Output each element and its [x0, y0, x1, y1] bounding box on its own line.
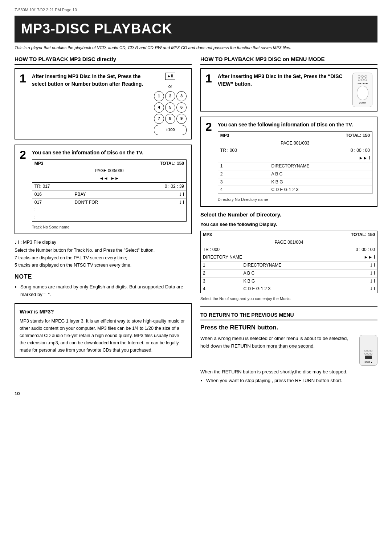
- disc-view-remote: DISC VIEW ZOOM: [352, 73, 372, 107]
- step1-left-text: After inserting MP3 Disc in the Set, Pre…: [32, 73, 151, 88]
- disc-view-label: DISC VIEW: [357, 82, 368, 85]
- note-list: Song names are marked by only English an…: [20, 283, 192, 299]
- return-remote-dots: [364, 350, 372, 355]
- page-number: 10: [15, 390, 377, 397]
- press-return-title: Press the RETURN button.: [200, 323, 377, 332]
- zoom-label: ZOOM: [359, 101, 366, 104]
- step1-left-number: 1: [20, 73, 26, 84]
- dot2: [361, 75, 364, 78]
- right-column: HOW TO PLAYBACK MP3 DISC on MENU MODE 1 …: [200, 55, 377, 384]
- note-ntsc: 5 tracks are displayed on the NTSC TV sc…: [15, 262, 192, 269]
- divider: [200, 306, 377, 307]
- step2-right-box: 2 You can see the following information …: [200, 117, 377, 207]
- return-section: TO RETURN TO THE PREVIOUS MENU Press the…: [200, 312, 377, 384]
- dot6: [364, 78, 367, 81]
- return-list: When you want to stop playing , press th…: [206, 377, 377, 384]
- select-dir-caption: Select the No of song and you can enjoy …: [200, 296, 377, 301]
- step2-right-text: You can see the following information of…: [218, 121, 372, 129]
- or-text: or: [168, 84, 172, 90]
- return-text-block: When a wrong menu is selected or other m…: [200, 335, 355, 350]
- rdot1: [364, 350, 367, 352]
- return-remote: STOP ■: [359, 335, 377, 366]
- note-item-1: Song names are marked by only English an…: [20, 283, 192, 299]
- you-can-see-heading: You can see the following Display.: [200, 221, 377, 228]
- rdot3: [370, 350, 372, 352]
- header-text: Z-530M 10/17/02 2:21 PM Page 10: [15, 7, 77, 13]
- rdot6: [370, 353, 372, 355]
- note-music: ♩ I : MP3 File display: [15, 239, 192, 246]
- step2-left-caption: Track No Song name: [32, 224, 187, 230]
- return-content: When a wrong menu is selected or other m…: [200, 335, 377, 366]
- subtitle: This is a player that enables the playba…: [15, 45, 377, 51]
- page-title-block: MP3-DISC PLAYBACK: [15, 16, 377, 42]
- dot3: [364, 75, 367, 78]
- what-is-body: MP3 stands for MPEG 1 layer 3. It is an …: [20, 317, 187, 354]
- right-section-heading: HOW TO PLAYBACK MP3 DISC on MENU MODE: [200, 55, 377, 65]
- btn-2[interactable]: 2: [165, 91, 175, 101]
- disc-view-button[interactable]: [357, 86, 368, 100]
- remote-dots-top: [358, 75, 367, 81]
- select-dir-table: MP3TOTAL: 150 PAGE 001/004 TR : 0000 : 0…: [200, 231, 377, 293]
- return-para1: When a wrong menu is selected or other m…: [200, 335, 355, 350]
- return-para2: When the RETURN button is pressed shortl…: [200, 369, 377, 375]
- btn-4[interactable]: 4: [154, 102, 164, 113]
- return-bullet: When you want to stop playing , press th…: [206, 377, 377, 384]
- step2-left-box: 2 You can see the information of Disc on…: [15, 145, 192, 235]
- step1-right-text: After inserting MP3 Disc in the Set, Pre…: [218, 73, 347, 88]
- rdot2: [367, 350, 369, 352]
- page-title: MP3-DISC PLAYBACK: [21, 19, 371, 39]
- btn-9[interactable]: 9: [176, 114, 187, 124]
- select-dir-heading: Select the Number of Directory.: [200, 211, 377, 218]
- btn-5[interactable]: 5: [165, 102, 175, 113]
- step1-right-number: 1: [205, 73, 212, 84]
- dot1: [358, 75, 360, 78]
- note-select: Select the Number button for Track No. a…: [15, 247, 192, 254]
- btn-100[interactable]: +100: [154, 125, 187, 135]
- btn-8[interactable]: 8: [165, 114, 175, 124]
- btn-1[interactable]: 1: [154, 91, 164, 101]
- step2-right-caption: Directory No Directory name: [218, 197, 372, 202]
- step2-right-number: 2: [205, 121, 212, 133]
- return-underline: more than one second: [266, 343, 313, 349]
- return-heading: TO RETURN TO THE PREVIOUS MENU: [200, 312, 377, 321]
- disc-info-left: MP3TOTAL: 150 PAGE 003/030 ◄◄ ►► TR: 017…: [32, 159, 187, 222]
- stop-button-remote: [365, 356, 372, 359]
- note-section: NOTE Song names are marked by only Engli…: [15, 273, 192, 298]
- left-column: HOW TO PLAYBACK MP3 DISC directly 1 Afte…: [15, 55, 192, 384]
- what-is-mp3-box: What is MP3? MP3 stands for MPEG 1 layer…: [15, 303, 192, 358]
- rdot4: [364, 353, 367, 355]
- btn-6[interactable]: 6: [176, 102, 187, 113]
- left-section-heading: HOW TO PLAYBACK MP3 DISC directly: [15, 55, 192, 65]
- step2-left-number: 2: [20, 149, 26, 161]
- btn-7[interactable]: 7: [154, 114, 164, 124]
- return-text2: .: [313, 343, 315, 349]
- step2-left-text: You can see the information of Disc on t…: [32, 149, 187, 157]
- btn-3[interactable]: 3: [176, 91, 187, 101]
- disc-info-right: MP3TOTAL: 150 PAGE 001/003 TR : 0000 : 0…: [218, 131, 372, 194]
- what-is-title: What is MP3?: [20, 308, 187, 315]
- step1-left-box: 1 After inserting MP3 Disc in the Set, P…: [15, 68, 192, 139]
- rdot5: [367, 353, 369, 355]
- stop-label: STOP ■: [364, 361, 372, 364]
- note-pal: 7 tracks are displayed on the PAL TV scr…: [15, 255, 192, 262]
- play-pause-icon: ►II: [165, 73, 175, 80]
- header-bar: Z-530M 10/17/02 2:21 PM Page 10: [15, 7, 377, 13]
- step1-right-box: 1 After inserting MP3 Disc in the Set, P…: [200, 68, 377, 112]
- dot5: [361, 78, 364, 81]
- numpad: 1 2 3 4 5 6 7 8 9 +100: [154, 91, 187, 135]
- note-heading: NOTE: [15, 273, 192, 281]
- dot4: [358, 78, 360, 81]
